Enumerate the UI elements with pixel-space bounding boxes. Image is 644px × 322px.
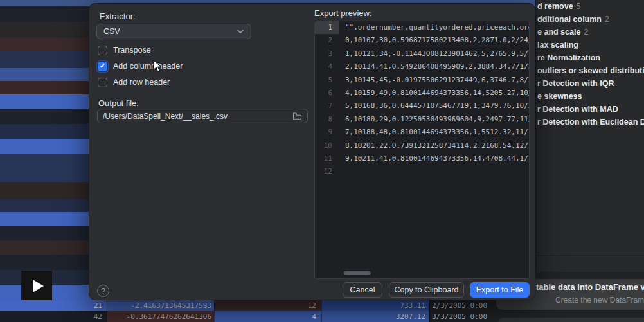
line-text: 1,10121,34,-0.11443008123901462,5,2765.9… — [339, 48, 529, 60]
structure-panel-item[interactable]: dditional column 2 — [536, 13, 644, 26]
help-button[interactable]: ? — [97, 285, 109, 297]
structure-item-label: r Detection with IQR — [537, 79, 614, 88]
line-number: 7 — [315, 100, 339, 112]
folder-icon[interactable] — [292, 112, 302, 120]
checkbox-icon[interactable] — [98, 46, 107, 55]
checkbox-label: Transpose — [113, 46, 151, 55]
output-file-value: /Users/DataSpell_Next/__sales_.csv — [103, 112, 292, 121]
line-text — [339, 165, 529, 178]
structure-item-label: re Normalization — [537, 53, 600, 62]
structure-item-count: 2 — [584, 28, 588, 37]
line-number: 2 — [315, 34, 339, 47]
structure-panel-item[interactable]: e skewness — [536, 90, 644, 103]
export-preview-editor[interactable]: 1 "",ordernumber,quantityordered,priceea… — [314, 21, 530, 279]
structure-panel-item[interactable]: lax scaling — [536, 39, 644, 51]
row-index-cell[interactable]: 42 — [0, 311, 107, 322]
play-icon — [33, 280, 44, 292]
checkbox-row[interactable]: Add row header — [98, 77, 170, 87]
date-cell[interactable]: 3/3/2005 0:00 — [429, 311, 492, 322]
preview-line: 11 9,10211,41,0.8100144694373356,14,4708… — [315, 152, 529, 165]
structure-panel-item[interactable]: d remove 5 — [536, 0, 644, 13]
line-number: 8 — [315, 113, 339, 126]
line-text: 3,10145,45,-0.01975506291237449,6,3746.7… — [339, 74, 529, 87]
line-number: 10 — [315, 139, 339, 152]
sales-cell[interactable]: 733.11 — [321, 300, 429, 311]
checkbox-icon[interactable] — [98, 78, 107, 87]
output-file-label: Output file: — [98, 98, 139, 108]
line-text: 8,10201,22,0.7391321258734114,2,2168.54,… — [339, 139, 529, 152]
line-number: 12 — [315, 165, 339, 178]
quantity-cell[interactable]: 12 — [214, 300, 321, 311]
preview-line: 9 7,10188,48,0.8100144694373356,1,5512.3… — [315, 126, 529, 139]
structure-item-count: 2 — [605, 15, 609, 24]
line-text: 4,10159,49,0.8100144694373356,14,5205.27… — [339, 87, 529, 100]
structure-panel-item[interactable]: e and scale 2 — [536, 26, 644, 39]
line-number: 9 — [315, 126, 339, 139]
structure-item-label: dditional column — [537, 15, 602, 24]
structure-item-label: e skewness — [537, 92, 582, 101]
structure-panel-item[interactable]: r Detection with IQR — [536, 77, 644, 90]
structure-panel-item[interactable]: r Detection with Euclidean Distan — [536, 116, 644, 129]
structure-item-count: 5 — [577, 2, 581, 11]
structure-item-label: d remove — [537, 2, 573, 11]
preview-line: 4 2,10134,41,0.549286408495909,2,3884.34… — [315, 60, 529, 73]
copy-to-clipboard-button[interactable]: Copy to Clipboard — [389, 282, 464, 298]
structure-item-label: outliers or skewed distributions — [537, 66, 644, 75]
line-text: 0,10107,30,0.5968717580213408,2,2871.0,2… — [339, 34, 529, 47]
preview-line: 12 — [315, 165, 529, 178]
cancel-button[interactable]: Cancel — [343, 282, 382, 298]
play-button[interactable] — [21, 271, 52, 301]
preview-line: 2 0,10107,30,0.5968717580213408,2,2871.0… — [315, 34, 529, 47]
extractor-dropdown[interactable]: CSV — [96, 24, 251, 39]
secondary-tooltip — [498, 318, 644, 322]
checkbox-label: Add column header — [113, 62, 183, 71]
structure-item-label: e and scale — [537, 28, 580, 37]
structure-panel-item[interactable]: r Detection with MAD — [536, 103, 644, 116]
value-cell[interactable]: -0.36177476262641306 — [107, 311, 214, 322]
checkbox-label: Add row header — [113, 78, 170, 87]
preview-line: 8 6,10180,29,0.12250530493969604,9,2497.… — [315, 113, 529, 126]
line-number: 6 — [315, 87, 339, 100]
preview-line: 7 5,10168,36,0.6444571075467719,1,3479.7… — [315, 100, 529, 112]
tooltip-title: table data into DataFrame varia — [536, 282, 644, 292]
export-to-file-button[interactable]: Export to File — [470, 282, 530, 298]
structure-item-label: r Detection with MAD — [537, 105, 618, 114]
line-number: 4 — [315, 60, 339, 73]
line-number: 1 — [315, 21, 339, 34]
preview-line: 3 1,10121,34,-0.11443008123901462,5,2765… — [315, 48, 529, 60]
structure-panel-item[interactable]: re Normalization — [536, 51, 644, 64]
checkbox-row[interactable]: Transpose — [98, 45, 151, 55]
panel-divider — [536, 255, 644, 256]
structure-item-label: lax scaling — [537, 40, 578, 49]
sales-cell[interactable]: 3207.12 — [321, 311, 429, 322]
extractor-dropdown-value: CSV — [103, 27, 237, 36]
line-text: 5,10168,36,0.6444571075467719,1,3479.76,… — [339, 100, 529, 112]
line-text: 2,10134,41,0.549286408495909,2,3884.34,7… — [339, 60, 529, 73]
checkbox-icon[interactable] — [98, 62, 107, 71]
checkbox-row[interactable]: Add column header — [98, 61, 183, 71]
line-text: 6,10180,29,0.12250530493969604,9,2497.77… — [339, 113, 529, 126]
export-preview-label: Export preview: — [314, 8, 372, 18]
export-dialog: Extractor: CSV Transpose Add column head… — [89, 3, 535, 300]
preview-line: 1 "",ordernumber,quantityordered,priceea… — [315, 21, 529, 34]
horizontal-scrollbar[interactable] — [344, 271, 371, 275]
structure-panel-item[interactable]: outliers or skewed distributions — [536, 64, 644, 77]
row-index-cell[interactable]: 21 — [0, 300, 107, 311]
chevron-down-icon — [237, 29, 244, 34]
line-number: 11 — [315, 152, 339, 165]
output-file-input[interactable]: /Users/DataSpell_Next/__sales_.csv — [97, 109, 308, 123]
extractor-label: Extractor: — [100, 12, 136, 21]
table-row[interactable]: 21 -2.4163713645317593 12 733.11 2/3/200… — [0, 300, 492, 311]
mouse-cursor — [153, 60, 162, 75]
tooltip-subtitle: Create the new DataFrame variable — [555, 296, 644, 305]
preview-line: 6 4,10159,49,0.8100144694373356,14,5205.… — [315, 87, 529, 100]
preview-line: 10 8,10201,22,0.7391321258734114,2,2168.… — [315, 139, 529, 152]
structure-item-label: r Detection with Euclidean Distan — [537, 118, 644, 127]
date-cell[interactable]: 2/3/2005 0:00 — [429, 300, 492, 311]
value-cell[interactable]: -2.4163713645317593 — [107, 300, 214, 311]
quantity-cell[interactable]: 4 — [214, 311, 321, 322]
line-number: 5 — [315, 74, 339, 87]
line-text: "",ordernumber,quantityordered,priceeach… — [339, 21, 529, 34]
table-row[interactable]: 42 -0.36177476262641306 4 3207.12 3/3/20… — [0, 311, 492, 322]
preview-line: 5 3,10145,45,-0.01975506291237449,6,3746… — [315, 74, 529, 87]
